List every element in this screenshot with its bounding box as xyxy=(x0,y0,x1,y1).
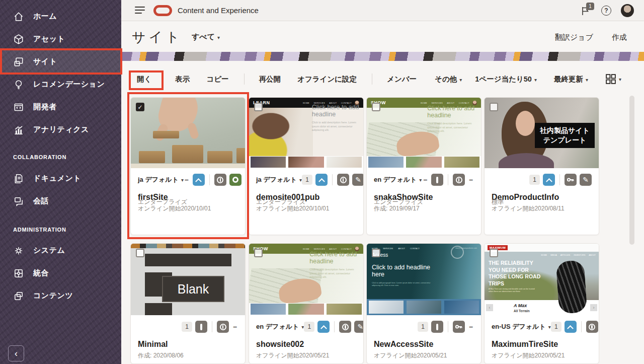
sidebar-item-conversations[interactable]: 会話 xyxy=(0,190,121,212)
sidebar-item-label: ドキュメント xyxy=(33,174,81,183)
sidebar-item-recommendations[interactable]: レコメンデーション xyxy=(0,73,121,96)
edit-dash: – xyxy=(468,323,474,331)
publish-up-icon[interactable] xyxy=(193,174,205,186)
site-name[interactable]: DemoProductInfo xyxy=(492,193,592,202)
sidebar-item-label: アナリティクス xyxy=(33,125,89,134)
updates-badge: 1 xyxy=(302,175,312,185)
publish-up-icon[interactable] xyxy=(565,321,577,333)
members-button[interactable]: メンバー xyxy=(387,75,417,84)
card-checkbox[interactable] xyxy=(490,103,498,111)
edit-icon[interactable]: ✎ xyxy=(354,321,364,333)
sort-label: 最終更新 xyxy=(554,75,583,83)
site-card-firstSite[interactable]: ✓ ja デフォルト▾ – firstSi xyxy=(130,97,246,235)
site-name[interactable]: NewAccessSite xyxy=(374,340,474,349)
publish-up-icon[interactable] xyxy=(543,174,555,186)
conversations-icon xyxy=(13,196,24,207)
key-icon[interactable] xyxy=(565,174,577,186)
site-name[interactable]: Minimal xyxy=(138,340,238,349)
translate-icon[interactable] xyxy=(337,174,349,186)
carousel-right-icon: › xyxy=(590,304,597,311)
other-dropdown[interactable]: その他▾ xyxy=(435,75,462,84)
per-page-dropdown[interactable]: 1ページ当たり50▾ xyxy=(475,75,537,84)
site-card-NewAccessSite[interactable]: HOME SERVICES ABOUT CONTACT info@company… xyxy=(366,243,481,364)
translate-icon[interactable] xyxy=(586,321,598,333)
open-button[interactable]: 開く xyxy=(137,75,151,84)
language-dropdown[interactable]: en デフォルト▾ xyxy=(374,175,422,184)
offline-bar-icon[interactable] xyxy=(431,321,443,333)
edit-icon[interactable]: ✎ xyxy=(580,174,592,186)
site-card-showsite002[interactable]: SHOW HOME SERVICES ABOUT CONTACT Click h… xyxy=(249,243,364,364)
language-dropdown[interactable]: en デフォルト▾ xyxy=(256,322,304,331)
publish-up-icon[interactable] xyxy=(317,321,330,333)
language-dropdown[interactable]: ja デフォルト▾ xyxy=(138,175,184,184)
view-button[interactable]: 表示 xyxy=(175,75,190,84)
template-overlay-label: 社内製品サイトテンプレート xyxy=(535,123,595,148)
card-checkbox[interactable] xyxy=(136,249,144,257)
site-preview: ✓ xyxy=(131,98,245,168)
sidebar-item-analytics[interactable]: アナリティクス xyxy=(0,118,121,141)
sidebar-collapse-button[interactable]: ‹ xyxy=(8,345,24,361)
card-checkbox[interactable]: ✓ xyxy=(136,103,144,111)
copy-button[interactable]: コピー xyxy=(206,75,228,84)
language-dropdown[interactable]: en-US デフォルト▾ xyxy=(492,322,551,331)
key-icon[interactable] xyxy=(453,321,465,333)
translation-jobs-button[interactable]: 翻訳ジョブ xyxy=(555,33,593,42)
translate-icon[interactable] xyxy=(214,174,226,186)
sidebar: ホーム アセット サイト レコメンデーション 開発者 アナリティクス COLLA… xyxy=(0,0,121,364)
sidebar-item-system[interactable]: システム xyxy=(0,239,121,262)
card-checkbox[interactable] xyxy=(254,103,263,111)
translate-icon[interactable] xyxy=(217,321,229,333)
help-button[interactable]: ? xyxy=(601,6,611,16)
card-checkbox[interactable] xyxy=(254,249,263,257)
question-icon: ? xyxy=(604,7,608,14)
sidebar-item-content[interactable]: コンテンツ xyxy=(0,284,121,307)
user-avatar[interactable] xyxy=(621,4,634,17)
create-button[interactable]: 作成 xyxy=(612,33,627,42)
site-name[interactable]: showsite002 xyxy=(256,340,356,349)
view-mode-dropdown[interactable]: ▾ xyxy=(605,74,621,85)
language-dropdown[interactable]: ja デフォルト▾ xyxy=(256,175,302,184)
republish-button[interactable]: 再公開 xyxy=(259,75,281,84)
sort-dropdown[interactable]: 最終更新▾ xyxy=(554,75,588,84)
template-headline: Click here to add headline xyxy=(309,251,360,265)
site-card-Minimal[interactable]: Blank 1 – Minimal 作成: 2020/08/06 xyxy=(130,243,246,364)
site-preview: HOME SERVICES ABOUT CONTACT info@company… xyxy=(367,244,481,315)
site-card-snakaShowSite[interactable]: SHOW HOME SERVICES ABOUT CONTACT Click h… xyxy=(366,97,481,235)
sidebar-item-sites[interactable]: サイト xyxy=(0,50,121,73)
grid-view-icon xyxy=(605,74,616,85)
card-checkbox[interactable] xyxy=(372,249,380,257)
sidebar-item-integration[interactable]: 統合 xyxy=(0,262,121,284)
site-name[interactable]: MaximumTireSite xyxy=(492,340,592,349)
filter-dropdown[interactable]: すべて▾ xyxy=(192,32,220,42)
card-checkbox[interactable] xyxy=(490,249,498,257)
sidebar-item-label: 会話 xyxy=(33,196,49,206)
template-contact: info@companywebsite.com xyxy=(455,247,477,249)
notifications-button[interactable]: 1 xyxy=(580,6,593,17)
site-status: オフライン開始2020/05/21 xyxy=(492,351,592,360)
site-card-DemoProductInfo[interactable]: 社内製品サイトテンプレート 1 ✎ DemoProductInfo オフライン開… xyxy=(484,97,599,235)
translate-icon[interactable] xyxy=(339,321,351,333)
sidebar-item-home[interactable]: ホーム xyxy=(0,5,121,28)
card-checkbox[interactable] xyxy=(372,103,380,111)
set-offline-button[interactable]: オフラインに設定 xyxy=(297,75,357,84)
offline-bar-icon[interactable] xyxy=(431,174,443,186)
content-icon xyxy=(13,290,24,302)
site-card-MaximumTireSite[interactable]: MAXIMUM HOME MEDIA ARTICLES INVESTORS AB… xyxy=(484,243,599,364)
sidebar-item-developer[interactable]: 開発者 xyxy=(0,96,121,118)
publish-up-icon[interactable] xyxy=(315,174,328,186)
language-value: ja デフォルト xyxy=(256,176,297,183)
vertical-scrollbar[interactable] xyxy=(629,96,634,245)
offline-bar-icon[interactable] xyxy=(195,321,207,333)
meta-divider xyxy=(334,321,335,332)
edit-icon[interactable]: ✎ xyxy=(352,174,364,186)
sidebar-item-assets[interactable]: アセット xyxy=(0,28,121,50)
actions-toolbar: 開く 表示 コピー 再公開 オフラインに設定 メンバー その他▾ 1ページ当たり… xyxy=(121,64,644,94)
sidebar-section-collaboration: COLLABORATION xyxy=(13,154,66,160)
page-title: サイト xyxy=(132,28,183,46)
sidebar-item-documents[interactable]: ドキュメント xyxy=(0,167,121,190)
language-value: ja デフォルト xyxy=(138,176,179,183)
hamburger-menu-icon[interactable] xyxy=(135,7,145,15)
online-icon[interactable] xyxy=(229,174,242,186)
site-card-demosite001pub[interactable]: LEARN HOME SERVICES ABOUT CONTACT Click … xyxy=(249,97,364,235)
translate-icon[interactable] xyxy=(453,174,465,186)
